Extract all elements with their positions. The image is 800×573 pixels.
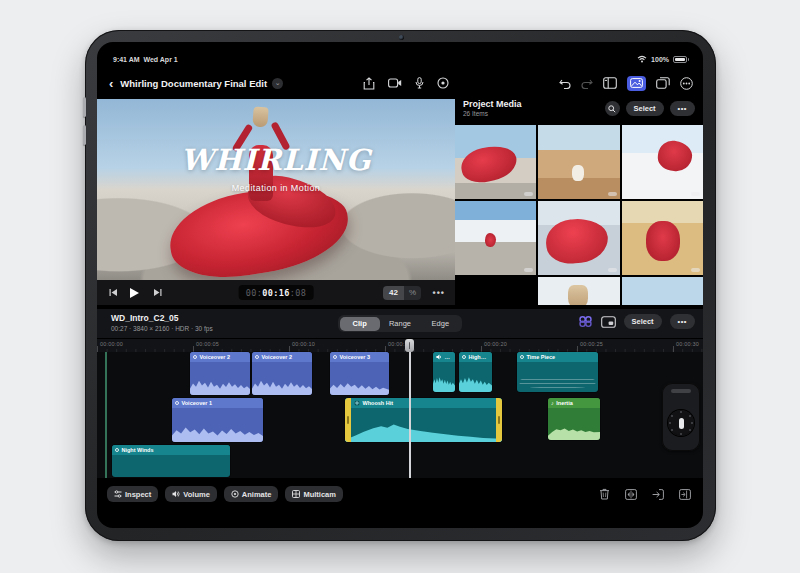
clip-label: Voiceover 3: [340, 354, 370, 360]
more-options-icon[interactable]: [680, 77, 693, 90]
jog-wheel[interactable]: [662, 383, 700, 451]
project-title[interactable]: Whirling Documentary Final Edit: [120, 78, 267, 89]
music-note-icon: ♪: [551, 400, 554, 406]
skip-forward-icon[interactable]: [153, 288, 162, 297]
clip-label: Whoosh Hit: [363, 400, 394, 406]
dancer-hat: [252, 107, 268, 128]
media-thumbnail[interactable]: [538, 125, 619, 199]
picture-in-picture-icon[interactable]: [601, 316, 616, 328]
button-label: Volume: [183, 490, 210, 499]
timeline-clip-voiceover2b[interactable]: Voiceover 2: [252, 352, 312, 395]
battery-percent: 100%: [651, 56, 669, 63]
timeline-more-button[interactable]: •••: [670, 314, 695, 329]
multitask-layers-icon[interactable]: [656, 77, 670, 89]
timeline-clip-high[interactable]: High…: [459, 352, 492, 392]
media-browser-icon-active[interactable]: [627, 76, 646, 91]
microphone-icon[interactable]: [415, 77, 424, 89]
timeline-lanes[interactable]: Voiceover 2 Voiceover 2 Voiceover 3 … Hi…: [97, 352, 703, 478]
wifi-icon: [637, 55, 647, 63]
back-chevron-icon[interactable]: ‹: [109, 77, 113, 90]
timeline-clip-voiceover2a[interactable]: Voiceover 2: [190, 352, 250, 395]
search-icon[interactable]: [605, 101, 620, 116]
bottom-toolbar: Inspect Volume Animate Multicam: [97, 482, 703, 506]
viewer-zoom-control[interactable]: 42%: [383, 286, 421, 300]
jog-wheel-dial[interactable]: [668, 410, 694, 436]
clip-label: High…: [469, 354, 487, 360]
camera-icon[interactable]: [388, 78, 402, 88]
timecode-display[interactable]: 00:00:16:08: [239, 285, 314, 300]
timeline-clip-voiceover1[interactable]: Voiceover 1: [172, 398, 263, 442]
overwrite-clip-icon[interactable]: [679, 489, 691, 500]
media-thumbnail[interactable]: [538, 277, 619, 305]
ruler-label: 00:00:05: [196, 341, 219, 347]
viewer-canvas[interactable]: WHIRLING Meditation in Motion: [97, 99, 455, 280]
timeline-project-name: WD_Intro_C2_05: [111, 313, 179, 323]
animate-button[interactable]: Animate: [224, 486, 279, 502]
timeline-clip-time-piece[interactable]: Time Piece: [517, 352, 598, 392]
multicam-button[interactable]: Multicam: [285, 486, 343, 502]
browser-select-button[interactable]: Select: [626, 101, 664, 116]
clip-label: Voiceover 2: [262, 354, 292, 360]
mic-icon: [115, 448, 119, 452]
timeline-clip-night-winds[interactable]: Night Winds: [112, 445, 230, 477]
ruler-label: 00:00:20: [484, 341, 507, 347]
playhead-handle[interactable]: [405, 339, 414, 352]
timeline-clip-audio-small[interactable]: …: [433, 352, 455, 392]
redo-icon[interactable]: [581, 78, 593, 89]
top-toolbar: ‹ Whirling Documentary Final Edit ⌄: [97, 70, 703, 96]
viewer-more-icon[interactable]: •••: [433, 288, 445, 298]
clip-label: …: [445, 354, 451, 360]
trim-handle-right[interactable]: [496, 398, 502, 442]
volume-button[interactable]: Volume: [165, 486, 217, 502]
tab-range[interactable]: Range: [380, 317, 420, 331]
media-thumbnail[interactable]: [455, 125, 536, 199]
jog-wheel-grip[interactable]: [671, 389, 691, 393]
timeline-select-button[interactable]: Select: [624, 314, 662, 329]
inspect-button[interactable]: Inspect: [107, 486, 158, 502]
transport-bar: 00:00:16:08 42% •••: [97, 280, 455, 305]
volume-down-button: [83, 125, 86, 145]
title-dropdown-icon[interactable]: ⌄: [272, 78, 283, 89]
media-thumbnail[interactable]: [622, 125, 703, 199]
status-date: Wed Apr 1: [143, 56, 177, 63]
insert-clip-icon[interactable]: [652, 489, 664, 500]
capture-icon[interactable]: [437, 77, 449, 89]
timeline-clip-whoosh-hit-selected[interactable]: Whoosh Hit: [345, 398, 502, 442]
inspector-icon: [114, 490, 122, 498]
timeline-clip-voiceover3[interactable]: Voiceover 3: [330, 352, 389, 395]
browser-panel-icon[interactable]: [603, 77, 617, 89]
media-thumbnail[interactable]: [455, 201, 536, 275]
timeline-project-info: 00:27 · 3840 × 2160 · HDR · 30 fps: [111, 325, 213, 332]
zoom-value: 42: [383, 286, 404, 300]
timeline-ruler[interactable]: 00:00:00 00:00:05 00:00:10 00:00:15 00:0…: [97, 339, 703, 352]
split-clip-icon[interactable]: [625, 489, 637, 500]
ipad-device: 9:41 AM Wed Apr 1 100% ‹ Whirling Docume…: [85, 30, 716, 541]
media-thumbnail[interactable]: [622, 201, 703, 275]
speaker-icon: [172, 490, 180, 498]
mic-icon: [520, 355, 524, 359]
trash-icon[interactable]: [599, 488, 610, 500]
connections-icon[interactable]: [578, 315, 593, 328]
tab-clip[interactable]: Clip: [340, 317, 380, 331]
share-icon[interactable]: [363, 77, 375, 90]
play-button[interactable]: [130, 288, 139, 298]
media-thumbnail[interactable]: [455, 277, 536, 305]
clip-label: Inertia: [556, 400, 573, 406]
mic-icon: [175, 401, 179, 405]
browser-more-button[interactable]: •••: [670, 101, 695, 116]
timecode-prefix: 00:: [246, 288, 263, 298]
tab-edge[interactable]: Edge: [420, 317, 460, 331]
trim-handle-left[interactable]: [345, 398, 351, 442]
volume-up-button: [83, 97, 86, 117]
battery-icon: [673, 56, 687, 63]
media-thumbnail[interactable]: [622, 277, 703, 305]
media-thumbnail[interactable]: [538, 201, 619, 275]
ruler-label: 00:00:10: [292, 341, 315, 347]
ruler-label: 00:00:00: [100, 341, 123, 347]
skip-back-icon[interactable]: [109, 288, 118, 297]
playhead[interactable]: [409, 339, 411, 478]
timeline-clip-inertia[interactable]: ♪Inertia: [548, 398, 600, 440]
media-thumbnail-grid: [455, 125, 703, 305]
clip-label: Time Piece: [527, 354, 556, 360]
undo-icon[interactable]: [559, 78, 571, 89]
